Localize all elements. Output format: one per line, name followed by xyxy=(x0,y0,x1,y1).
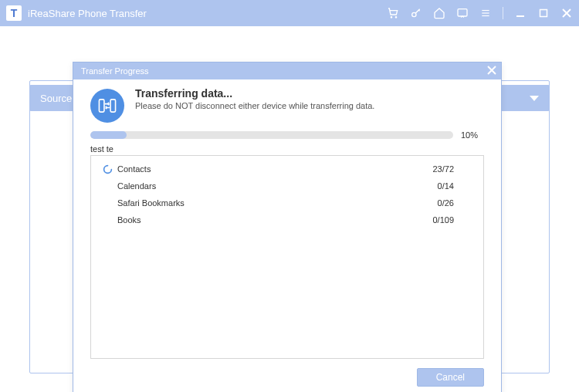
item-count: 0/14 xyxy=(438,181,472,191)
key-icon[interactable] xyxy=(410,7,422,19)
svg-rect-13 xyxy=(99,100,104,112)
item-name: Books xyxy=(117,215,432,225)
item-name: Contacts xyxy=(117,164,432,174)
spinner-icon xyxy=(102,164,113,174)
transfer-progress-dialog: Transfer Progress Transferring data... xyxy=(73,62,502,392)
cart-icon[interactable] xyxy=(387,7,399,19)
close-icon[interactable] xyxy=(560,7,573,19)
cancel-button[interactable]: Cancel xyxy=(417,368,484,387)
minimize-icon[interactable] xyxy=(514,7,527,19)
app-body: Source: Transfer Progress xyxy=(0,26,579,392)
svg-point-0 xyxy=(391,17,391,18)
transfer-icon xyxy=(90,89,124,123)
spinner-placeholder xyxy=(102,215,113,225)
item-count: 0/109 xyxy=(432,215,472,225)
svg-rect-3 xyxy=(458,9,467,16)
item-name: Calendars xyxy=(117,181,438,191)
svg-point-1 xyxy=(395,17,396,18)
spinner-placeholder xyxy=(102,198,113,208)
app-logo: T xyxy=(6,5,22,21)
item-name: Safari Bookmarks xyxy=(117,198,438,208)
test-label: test te xyxy=(90,144,484,154)
list-item: Books 0/109 xyxy=(102,211,472,228)
svg-rect-8 xyxy=(540,10,547,17)
dialog-title: Transfer Progress xyxy=(81,66,487,76)
dialog-close-icon[interactable] xyxy=(487,66,496,76)
transfer-items-box: Contacts 23/72 Calendars 0/14 Safari Boo… xyxy=(90,155,484,359)
spinner-placeholder xyxy=(102,181,113,191)
svg-rect-14 xyxy=(110,100,116,112)
chevron-down-icon xyxy=(530,96,539,101)
app-title: iReaShare Phone Transfer xyxy=(28,8,387,19)
progress-percent: 10% xyxy=(461,130,484,140)
app-titlebar: T iReaShare Phone Transfer xyxy=(0,0,579,26)
maximize-icon[interactable] xyxy=(537,7,550,19)
svg-point-2 xyxy=(412,12,416,16)
dialog-header: Transfer Progress xyxy=(73,63,501,79)
progress-bar xyxy=(90,131,453,139)
item-count: 0/26 xyxy=(438,198,472,208)
item-count: 23/72 xyxy=(432,164,472,174)
list-item: Calendars 0/14 xyxy=(102,177,472,194)
home-icon[interactable] xyxy=(433,7,445,19)
list-item: Contacts 23/72 xyxy=(102,161,472,177)
titlebar-divider xyxy=(503,7,503,19)
progress-fill xyxy=(90,131,127,139)
list-item: Safari Bookmarks 0/26 xyxy=(102,194,472,211)
menu-icon[interactable] xyxy=(479,7,492,19)
feedback-icon[interactable] xyxy=(456,7,469,19)
transfer-warning: Please do NOT disconnect either device w… xyxy=(135,101,374,110)
transfer-heading: Transferring data... xyxy=(135,87,374,100)
